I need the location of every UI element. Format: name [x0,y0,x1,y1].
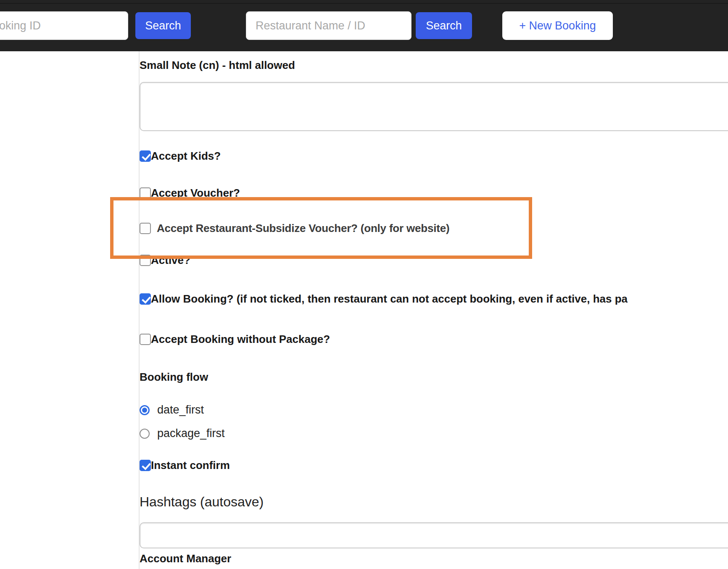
top-navigation-bar: Search Search + New Booking [0,0,728,51]
checkbox-row-accept-voucher: Accept Voucher? [140,187,240,200]
restaurant-search-button[interactable]: Search [416,12,472,39]
date-first-label: date_first [157,403,204,416]
subsidize-voucher-checkbox[interactable] [140,223,151,234]
small-note-textarea[interactable] [140,82,728,131]
checkbox-row-without-package: Accept Booking without Package? [140,333,330,346]
checkbox-row-instant-confirm: Instant confirm [140,459,230,472]
radio-row-date-first: date_first [140,403,204,416]
accept-kids-label: Accept Kids? [151,150,221,163]
booking-id-input[interactable] [0,11,128,40]
booking-flow-label: Booking flow [140,371,208,384]
hashtags-heading: Hashtags (autosave) [140,494,264,510]
booking-search-button[interactable]: Search [135,12,191,39]
booking-without-package-label: Accept Booking without Package? [151,333,330,346]
instant-confirm-label: Instant confirm [151,459,230,472]
accept-voucher-checkbox[interactable] [140,187,151,199]
checkbox-row-accept-kids: Accept Kids? [140,150,221,163]
active-label: Active? [151,254,190,267]
checkbox-row-active: Active? [140,254,190,267]
checkbox-row-allow-booking: Allow Booking? (if not ticked, then rest… [140,292,628,306]
instant-confirm-checkbox[interactable] [140,460,151,471]
radio-row-package-first: package_first [140,427,225,440]
subsidize-voucher-label: Accept Restaurant-Subsidize Voucher? (on… [157,222,449,235]
small-note-label: Small Note (cn) - html allowed [140,59,295,72]
content-left-border [139,51,140,569]
active-checkbox[interactable] [140,255,151,266]
allow-booking-checkbox[interactable] [140,293,151,305]
new-booking-button[interactable]: + New Booking [502,11,613,40]
account-manager-label: Account Manager [140,552,231,565]
booking-without-package-checkbox[interactable] [140,334,151,345]
date-first-radio[interactable] [140,405,150,415]
package-first-label: package_first [157,427,225,440]
allow-booking-label: Allow Booking? (if not ticked, then rest… [151,292,628,306]
hashtags-input[interactable] [140,522,728,548]
checkbox-row-subsidize-voucher: Accept Restaurant-Subsidize Voucher? (on… [140,222,449,235]
package-first-radio[interactable] [140,429,150,439]
accept-voucher-label: Accept Voucher? [151,187,240,200]
accept-kids-checkbox[interactable] [140,150,151,162]
restaurant-search-input[interactable] [246,11,411,40]
